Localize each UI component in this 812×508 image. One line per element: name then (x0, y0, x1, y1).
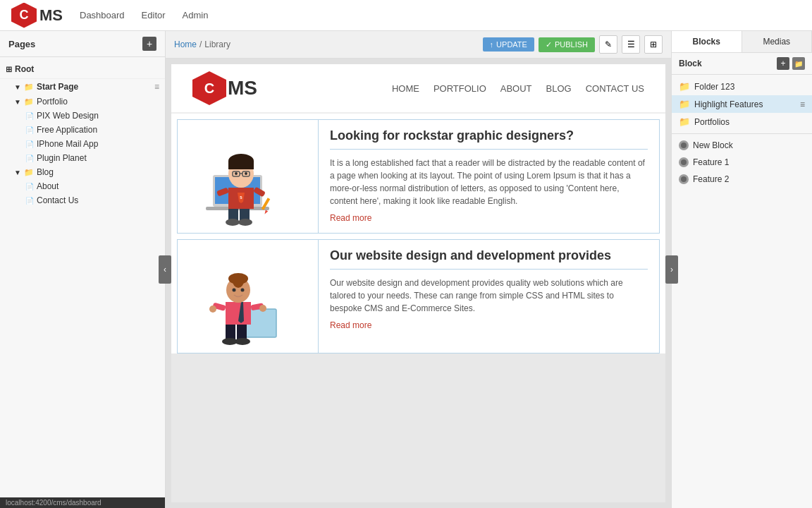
site-logo-icon: C (192, 71, 226, 105)
folder-menu-icon[interactable]: ≡ (800, 99, 805, 109)
folder-icon: 📁 (24, 168, 34, 177)
expand-icon: ▼ (14, 169, 21, 176)
svg-rect-25 (226, 325, 235, 340)
left-panel: Pages + ⊞ Root ▼ 📁 Start Page ≡ ▼ 📁 (0, 31, 166, 508)
folder-icon: 📁 (679, 81, 690, 92)
tree-plugin-planet[interactable]: 📄 Plugin Planet (0, 151, 165, 165)
site-nav-about[interactable]: ABOUT (500, 83, 532, 94)
logo: C MS (11, 3, 63, 28)
site-nav-portfolio[interactable]: PORTFOLIO (433, 83, 486, 94)
section2-readmore[interactable]: Read more (330, 320, 371, 330)
folder-123[interactable]: 📁 Folder 123 (672, 78, 812, 95)
center-toolbar: Home / Library ↑ UPDATE ✓ PUBLISH ✎ ☰ ⊞ (166, 31, 671, 59)
preview-scroll[interactable]: C MS HOME PORTFOLIO ABOUT BLOG CONTACT U… (171, 64, 665, 502)
tree-portfolio[interactable]: ▼ 📁 Portfolio (0, 95, 165, 109)
svg-point-33 (240, 288, 244, 291)
site-content: C MS HOME PORTFOLIO ABOUT BLOG CONTACT U… (171, 64, 665, 353)
right-header-actions: + 📁 (777, 57, 805, 70)
breadcrumb-home[interactable]: Home (174, 40, 197, 49)
section1-image: 5 (178, 120, 319, 233)
add-block-button[interactable]: + (777, 57, 789, 70)
feature-1[interactable]: Feature 1 (672, 154, 812, 171)
main-nav: Dashboard Editor Admin (80, 10, 208, 20)
tree-free-app[interactable]: 📄 Free Application (0, 123, 165, 137)
tree-blog[interactable]: ▼ 📁 Blog (0, 165, 165, 179)
right-panel: › Blocks Medias Block + 📁 📁 Folder 123 � (671, 31, 812, 508)
start-page-label: Start Page (37, 82, 78, 92)
folder-icon: 📁 (679, 99, 690, 109)
list-view-button[interactable]: ☰ (622, 35, 640, 54)
nav-dashboard[interactable]: Dashboard (80, 10, 125, 20)
content-section-1: 5 Looking for rockstar graphic designers… (177, 119, 660, 234)
main-layout: Pages + ⊞ Root ▼ 📁 Start Page ≡ ▼ 📁 (0, 31, 812, 508)
site-logo-text: MS (228, 77, 257, 99)
toolbar-actions: ↑ UPDATE ✓ PUBLISH ✎ ☰ ⊞ (483, 35, 663, 54)
file-icon: 📄 (25, 197, 34, 205)
feature-2[interactable]: Feature 2 (672, 171, 812, 188)
content-section-2: Our website design and development provi… (177, 239, 660, 353)
svg-point-35 (209, 306, 216, 313)
svg-point-31 (233, 274, 244, 288)
update-button[interactable]: ↑ UPDATE (483, 37, 534, 52)
feature-new-block[interactable]: New Block (672, 137, 812, 154)
edit-button[interactable]: ✎ (599, 35, 617, 54)
tree-start-page[interactable]: ▼ 📁 Start Page ≡ (0, 79, 165, 95)
svg-point-37 (259, 305, 266, 312)
folder-portfolios[interactable]: 📁 Portfolios (672, 113, 812, 131)
character1-svg: 5 (192, 126, 304, 228)
file-icon: 📄 (25, 140, 34, 148)
tree-about[interactable]: 📄 About (0, 179, 165, 193)
section1-body: It is a long established fact that a rea… (330, 157, 648, 207)
breadcrumb-sep: / (199, 40, 202, 49)
publish-button[interactable]: ✓ PUBLISH (539, 37, 595, 52)
site-nav-home[interactable]: HOME (392, 83, 419, 94)
root-label: Root (15, 64, 34, 74)
divider (672, 133, 812, 134)
tree-pix-web[interactable]: 📄 PIX Web Design (0, 109, 165, 123)
svg-rect-10 (228, 161, 254, 169)
grid-view-button[interactable]: ⊞ (644, 35, 663, 54)
breadcrumb: Home / Library (174, 40, 230, 49)
svg-rect-23 (226, 302, 251, 325)
pages-title: Pages (8, 39, 35, 49)
character2-svg (192, 242, 304, 351)
hamburger-icon[interactable]: ≡ (154, 82, 159, 92)
left-panel-header: Pages + (0, 31, 165, 57)
top-nav: C MS Dashboard Editor Admin (0, 0, 812, 31)
status-bar: localhost:4200/cms/dashboard (0, 497, 165, 508)
folder-button[interactable]: 📁 (792, 57, 805, 70)
right-panel-tabs: Blocks Medias (672, 31, 812, 53)
file-icon: 📄 (25, 126, 34, 134)
folder-highlight-features[interactable]: 📁 Highlight Features ≡ (672, 95, 812, 113)
section1-readmore[interactable]: Read more (330, 213, 371, 223)
expand-icon: ▼ (14, 83, 21, 91)
tree-root[interactable]: ⊞ Root (0, 60, 165, 79)
nav-admin[interactable]: Admin (183, 10, 209, 20)
svg-point-28 (235, 338, 250, 345)
svg-rect-26 (237, 325, 247, 340)
section2-text: Our website design and development provi… (319, 240, 659, 353)
folder-icon: 📁 (679, 116, 690, 127)
svg-point-13 (235, 172, 238, 175)
folder-icon: 📁 (24, 97, 34, 107)
tab-blocks[interactable]: Blocks (672, 31, 742, 52)
left-panel-collapse[interactable]: ‹ (159, 255, 171, 284)
nav-editor[interactable]: Editor (142, 10, 166, 20)
svg-point-32 (232, 288, 235, 291)
svg-point-14 (245, 172, 247, 175)
page-tree: ⊞ Root ▼ 📁 Start Page ≡ ▼ 📁 Portfolio 📄 (0, 57, 165, 508)
section1-text: Looking for rockstar graphic designers? … (319, 120, 659, 233)
tree-contact-us[interactable]: 📄 Contact Us (0, 193, 165, 207)
site-logo: C MS (192, 71, 257, 105)
add-page-button[interactable]: + (142, 37, 156, 51)
tab-medias[interactable]: Medias (742, 31, 813, 52)
expand-icon: ▼ (14, 98, 21, 106)
tree-iphone-mail[interactable]: 📄 IPhone Mail App (0, 137, 165, 151)
feature-dot (679, 157, 689, 167)
site-nav-contact[interactable]: CONTACT US (586, 83, 644, 94)
site-nav: C MS HOME PORTFOLIO ABOUT BLOG CONTACT U… (171, 64, 665, 114)
logo-text: MS (39, 6, 63, 25)
site-nav-blog[interactable]: BLOG (546, 83, 572, 94)
svg-point-6 (226, 219, 240, 226)
right-panel-collapse[interactable]: › (665, 255, 678, 284)
